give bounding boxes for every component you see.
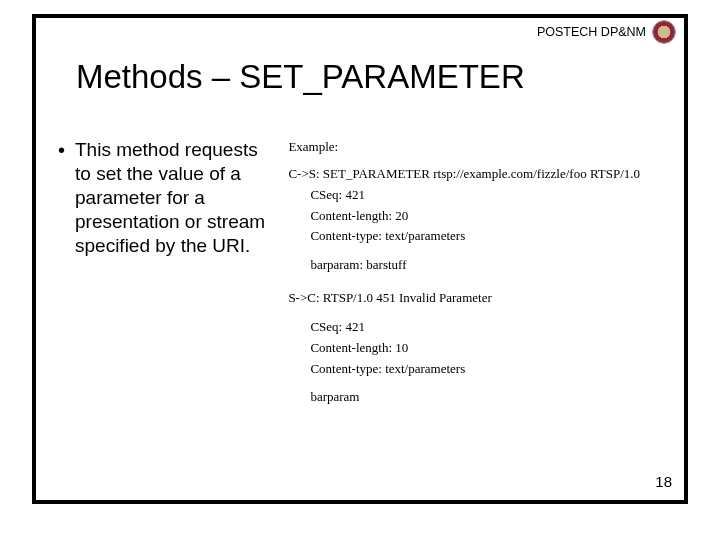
bullet-item: • This method requests to set the value … (56, 138, 278, 409)
bullet-mark-icon: • (56, 138, 65, 162)
slide-frame: POSTECH DP&NM Methods – SET_PARAMETER • … (32, 14, 688, 504)
response-body: barparam (288, 388, 664, 407)
request-cseq: CSeq: 421 (288, 186, 664, 205)
content-row: • This method requests to set the value … (56, 138, 664, 409)
header-label: POSTECH DP&NM (537, 25, 646, 39)
example-label: Example: (288, 138, 664, 157)
response-line: S->C: RTSP/1.0 451 Invalid Parameter (288, 289, 664, 308)
response-content-type: Content-type: text/parameters (288, 360, 664, 379)
postech-logo-icon (652, 20, 676, 44)
request-content-length: Content-length: 20 (288, 207, 664, 226)
response-content-length: Content-length: 10 (288, 339, 664, 358)
bullet-text: This method requests to set the value of… (75, 138, 278, 258)
request-content-type: Content-type: text/parameters (288, 227, 664, 246)
request-line: C->S: SET_PARAMETER rtsp://example.com/f… (288, 165, 664, 184)
page-number: 18 (655, 473, 672, 490)
response-cseq: CSeq: 421 (288, 318, 664, 337)
header-bar: POSTECH DP&NM (537, 20, 676, 44)
request-body: barparam: barstuff (288, 256, 664, 275)
slide-title: Methods – SET_PARAMETER (76, 58, 525, 96)
example-block: Example: C->S: SET_PARAMETER rtsp://exam… (288, 138, 664, 409)
